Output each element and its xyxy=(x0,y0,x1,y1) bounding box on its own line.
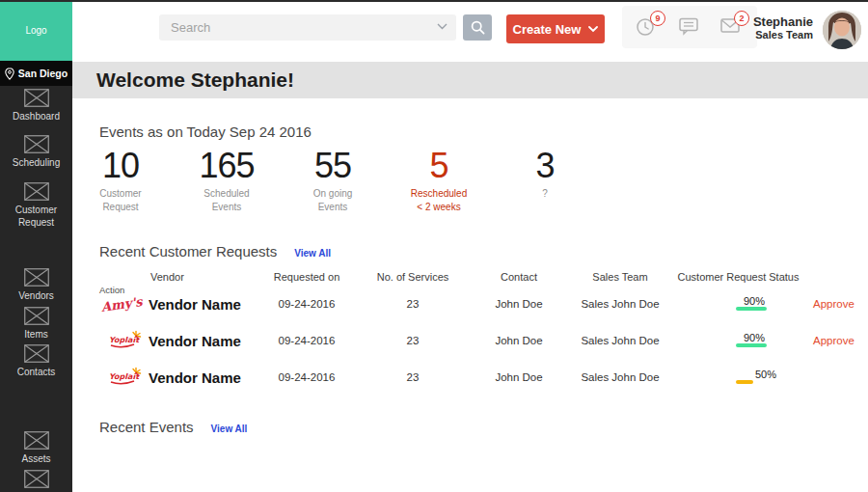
column-no-of-services: No. of Services xyxy=(355,271,471,283)
events-view-all-link[interactable]: View All xyxy=(211,424,248,434)
stat-block: 55 On going Events xyxy=(280,145,386,214)
sales-team-name: Sales John Doe xyxy=(567,335,673,346)
approve-link[interactable]: Approve xyxy=(803,298,868,310)
search-input[interactable] xyxy=(159,14,456,41)
topbar: Create New 9 xyxy=(72,2,868,62)
requested-on-value: 09-24-2016 xyxy=(258,371,355,383)
vendor-logo: Yoplait xyxy=(96,366,143,389)
stat-block: 165 Scheduled Events xyxy=(174,145,280,214)
stat-block: 10 Customer Request xyxy=(68,145,174,214)
logo[interactable]: Logo xyxy=(0,0,72,61)
logo-label: Logo xyxy=(25,25,46,36)
requested-on-value: 09-24-2016 xyxy=(258,335,355,346)
sidebar-item-contacts[interactable]: Contacts xyxy=(0,344,72,379)
contact-name: John Doe xyxy=(471,371,567,383)
profile-info[interactable]: Stephanie Sales Team xyxy=(753,14,813,41)
sales-team-name: Sales John Doe xyxy=(567,371,673,383)
requests-table: Vendor Requested on No. of Services Cont… xyxy=(96,268,868,396)
requests-table-rows: Amy's Vendor Name 09-24-2016 23 John Doe… xyxy=(96,286,868,396)
recent-events-title: Recent Events xyxy=(99,419,194,435)
reminders-button[interactable]: 9 xyxy=(636,16,657,38)
dashboard-screen: Logo San Diego Dashboard Scheduling xyxy=(0,0,868,492)
vendor-name[interactable]: Vendor Name xyxy=(143,333,258,349)
column-request-status: Customer Request Status xyxy=(673,271,803,283)
stat-label-line1: ? xyxy=(492,187,598,201)
placeholder-image-icon xyxy=(24,344,49,363)
stat-label-line2: Events xyxy=(174,201,280,214)
stat-value: 5 xyxy=(386,145,492,187)
placeholder-image-icon xyxy=(24,431,49,450)
window-top-border xyxy=(0,0,868,2)
sidebar-item-assets[interactable]: Assets xyxy=(0,431,72,466)
sidebar-item-label: Assets xyxy=(21,453,50,464)
yoplait-logo: Yoplait xyxy=(108,329,143,350)
yoplait-logo: Yoplait xyxy=(108,366,143,387)
recent-requests-title: Recent Customer Requests xyxy=(99,243,277,260)
sidebar-item-dashboard[interactable]: Dashboard xyxy=(0,89,72,123)
mail-button[interactable]: 2 xyxy=(719,16,741,38)
reminders-badge: 9 xyxy=(650,11,665,26)
svg-text:Yoplait: Yoplait xyxy=(109,336,140,344)
create-new-label: Create New xyxy=(513,22,582,37)
table-row: Yoplait Vendor Name 09-24-2016 23 John D… xyxy=(96,359,868,396)
stat-label-line2: Events xyxy=(280,201,386,214)
sidebar-item-items[interactable]: Items xyxy=(0,307,72,342)
sidebar-item-label: Items xyxy=(24,329,47,340)
action-column-label: Action xyxy=(99,285,124,295)
services-count: 23 xyxy=(355,298,471,310)
recent-requests-header: Recent Customer Requests View All xyxy=(99,243,331,260)
vendor-logo: Yoplait xyxy=(96,329,143,352)
avatar-image xyxy=(823,11,861,49)
vendor-name[interactable]: Vendor Name xyxy=(143,369,258,386)
vendor-name[interactable]: Vendor Name xyxy=(143,296,258,313)
status-progress-bar xyxy=(736,307,767,311)
sidebar-item-scheduling[interactable]: Scheduling xyxy=(0,135,72,170)
events-summary-title: Events as on Today Sep 24 2016 xyxy=(99,123,312,140)
request-status: 50% xyxy=(736,369,790,385)
column-contact: Contact xyxy=(471,271,567,283)
sidebar-item-vendors[interactable]: Vendors xyxy=(0,268,72,303)
vendor-logo: Amy's xyxy=(96,297,143,312)
avatar[interactable] xyxy=(823,11,861,49)
create-new-button[interactable]: Create New xyxy=(506,14,605,43)
location-selector[interactable]: San Diego xyxy=(0,61,72,86)
request-status: 90% xyxy=(736,296,790,312)
request-status: 90% xyxy=(736,333,790,348)
placeholder-image-icon xyxy=(24,268,49,287)
location-label: San Diego xyxy=(18,68,68,79)
sidebar-item-label: Dashboard xyxy=(13,111,60,122)
welcome-banner: Welcome Stephanie! xyxy=(72,62,868,98)
approve-link[interactable]: Approve xyxy=(803,335,868,346)
column-vendor: Vendor xyxy=(143,271,258,283)
status-percent-label: 90% xyxy=(744,332,765,343)
stat-block: 3 ? xyxy=(492,145,598,214)
sidebar-item-customer-request[interactable]: Customer Request xyxy=(0,182,72,229)
requests-view-all-link[interactable]: View All xyxy=(294,248,331,259)
services-count: 23 xyxy=(355,371,471,383)
status-progress-bar xyxy=(736,380,753,384)
sidebar: Logo San Diego Dashboard Scheduling xyxy=(0,0,72,492)
amys-logo: Amy's xyxy=(100,294,143,314)
user-name: Stephanie xyxy=(753,14,813,29)
stat-label-line1: Rescheduled xyxy=(386,187,492,201)
stat-label-line1: Scheduled xyxy=(174,187,280,201)
events-stats-row: 10 Customer Request 165 Scheduled Events… xyxy=(68,145,598,214)
notification-panel: 9 2 xyxy=(622,6,757,48)
stat-value: 10 xyxy=(68,145,174,187)
chevron-down-icon xyxy=(588,26,598,33)
search-button[interactable] xyxy=(463,14,492,41)
sidebar-item-label: Contacts xyxy=(17,367,55,377)
stat-value: 165 xyxy=(174,145,280,187)
location-pin-icon xyxy=(5,68,14,80)
requests-table-header: Vendor Requested on No. of Services Cont… xyxy=(96,268,868,286)
sidebar-item-label: Scheduling xyxy=(13,157,60,168)
user-team: Sales Team xyxy=(753,29,813,41)
placeholder-image-icon xyxy=(24,89,49,107)
sidebar-item-blank[interactable] xyxy=(0,470,72,492)
status-percent-label: 50% xyxy=(755,369,776,380)
welcome-title: Welcome Stephanie! xyxy=(96,68,294,91)
search-scope-chevron-icon[interactable] xyxy=(437,23,448,30)
stat-label-line1: On going xyxy=(280,187,386,201)
messages-button[interactable] xyxy=(678,16,699,38)
search-icon xyxy=(471,20,485,35)
